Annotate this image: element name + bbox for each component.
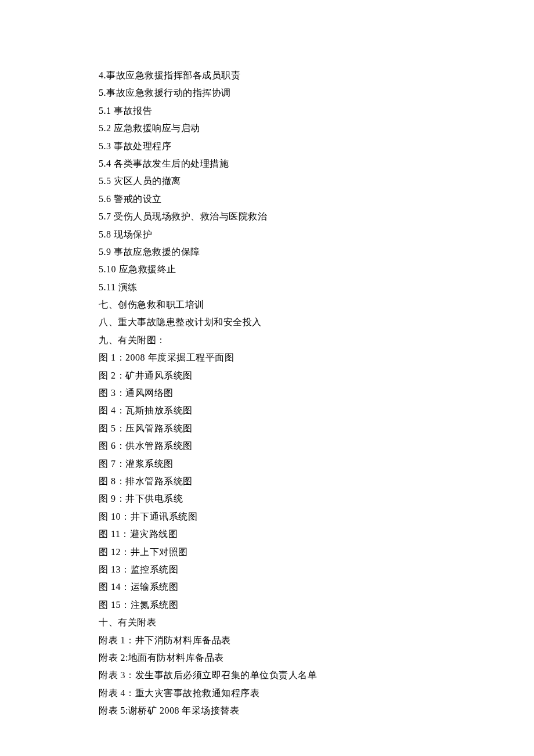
toc-line: 5.2 应急救援响应与启动 [99, 120, 447, 137]
toc-line: 图 9：井下供电系统 [99, 490, 447, 507]
toc-line: 图 2：矿井通风系统图 [99, 367, 447, 384]
toc-line: 5.5 灾区人员的撤离 [99, 172, 447, 190]
toc-line: 5.事故应急救援行动的指挥协调 [99, 84, 447, 102]
toc-line: 图 7：灌浆系统图 [99, 455, 447, 473]
toc-line: 5.10 应急救援终止 [99, 261, 447, 278]
toc-line: 图 15：注氮系统图 [99, 596, 447, 614]
toc-line: 5.7 受伤人员现场救护、救治与医院救治 [99, 208, 447, 225]
toc-line: 图 3：通风网络图 [99, 384, 447, 402]
toc-line: 附表 2:地面有防材料库备品表 [99, 649, 447, 667]
toc-line: 图 13：监控系统图 [99, 561, 447, 578]
document-content: 4.事故应急救援指挥部各成员职责 5.事故应急救援行动的指挥协调 5.1 事故报… [99, 67, 447, 719]
toc-line: 十、有关附表 [99, 614, 447, 631]
toc-line: 图 6：供水管路系统图 [99, 437, 447, 455]
toc-line: 图 10：井下通讯系统图 [99, 508, 447, 525]
toc-line: 5.1 事故报告 [99, 102, 447, 120]
toc-line: 图 11：避灾路线图 [99, 525, 447, 543]
toc-line: 5.3 事故处理程序 [99, 138, 447, 155]
toc-line: 5.6 警戒的设立 [99, 190, 447, 208]
toc-line: 图 12：井上下对照图 [99, 543, 447, 561]
toc-line: 附表 1：井下消防材料库备品表 [99, 632, 447, 649]
toc-line: 4.事故应急救援指挥部各成员职责 [99, 67, 447, 84]
toc-line: 附表 5:谢桥矿 2008 年采场接替表 [99, 702, 447, 719]
toc-line: 图 1：2008 年度采掘工程平面图 [99, 349, 447, 366]
toc-line: 图 4：瓦斯抽放系统图 [99, 402, 447, 419]
toc-line: 5.11 演练 [99, 279, 447, 296]
toc-line: 5.4 各类事故发生后的处理措施 [99, 155, 447, 172]
toc-line: 附表 4：重大灾害事故抢救通知程序表 [99, 685, 447, 702]
toc-line: 附表 3：发生事故后必须立即召集的单位负责人名单 [99, 667, 447, 684]
toc-line: 5.9 事故应急救援的保障 [99, 243, 447, 261]
toc-line: 七、创伤急救和职工培训 [99, 296, 447, 314]
toc-line: 5.8 现场保护 [99, 226, 447, 243]
toc-line: 图 14：运输系统图 [99, 578, 447, 596]
toc-line: 图 8：排水管路系统图 [99, 473, 447, 490]
toc-line: 九、有关附图： [99, 332, 447, 349]
toc-line: 八、重大事故隐患整改计划和安全投入 [99, 314, 447, 331]
toc-line: 图 5：压风管路系统图 [99, 420, 447, 437]
